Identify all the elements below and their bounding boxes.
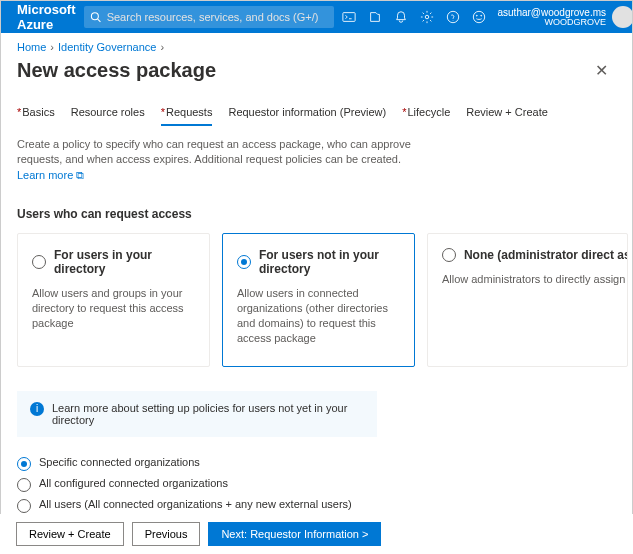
radio-icon [17,457,31,471]
card-title: None (administrator direct assignments o… [464,248,628,262]
feedback-icon[interactable] [472,10,486,24]
info-icon: i [30,402,44,416]
svg-point-7 [480,15,481,16]
radio-specific-orgs[interactable]: Specific connected organizations [17,453,377,474]
radio-all-users[interactable]: All users (All connected organizations +… [17,495,377,516]
account-menu[interactable]: asuthar@woodgrove.ms WOODGROVE [498,6,634,28]
svg-point-5 [473,11,484,22]
card-desc: Allow administrators to directly assign … [442,272,613,287]
radio-icon [17,499,31,513]
card-title: For users in your directory [54,248,195,276]
breadcrumb-home[interactable]: Home [17,41,46,53]
account-org: WOODGROVE [498,18,607,28]
help-icon[interactable] [446,10,460,24]
svg-rect-2 [342,13,354,22]
tab-basics[interactable]: *Basics [17,100,55,126]
breadcrumb: Home › Identity Governance › [1,33,632,53]
org-scope-radiolist: Specific connected organizations All con… [17,453,628,516]
account-email: asuthar@woodgrove.ms [498,7,607,18]
close-icon[interactable]: ✕ [587,57,616,84]
global-search[interactable] [84,6,334,28]
tab-requestor-info[interactable]: Requestor information (Preview) [228,100,386,126]
chevron-right-icon: › [50,41,54,53]
radio-icon [17,478,31,492]
card-none-admin-only[interactable]: None (administrator direct assignments o… [427,233,628,366]
search-icon [90,11,101,23]
next-button[interactable]: Next: Requestor Information > [208,522,381,546]
chevron-right-icon: › [160,41,164,53]
svg-point-4 [447,11,458,22]
cloud-shell-icon[interactable] [342,10,356,24]
brand-label: Microsoft Azure [17,2,76,32]
wizard-tabs: *Basics Resource roles *Requests Request… [17,100,628,127]
svg-point-3 [425,15,429,19]
page-header: New access package ✕ [1,53,632,90]
directories-icon[interactable] [368,10,382,24]
notifications-icon[interactable] [394,10,408,24]
request-scope-cards: For users in your directory Allow users … [17,233,628,366]
svg-point-0 [91,13,98,20]
tab-lifecycle[interactable]: *Lifecycle [402,100,450,126]
card-users-not-in-directory[interactable]: For users not in your directory Allow us… [222,233,415,366]
intro-text: Create a policy to specify who can reque… [17,137,437,183]
radio-icon [442,248,456,262]
external-link-icon: ⧉ [76,169,84,181]
breadcrumb-identity-governance[interactable]: Identity Governance [58,41,156,53]
wizard-footer: Review + Create Previous Next: Requestor… [0,514,633,554]
previous-button[interactable]: Previous [132,522,201,546]
info-banner: i Learn more about setting up policies f… [17,391,377,437]
radio-all-configured-orgs[interactable]: All configured connected organizations [17,474,377,495]
azure-topbar: Microsoft Azure asuthar@woodgrove.ms WOO… [1,1,632,33]
card-desc: Allow users in connected organizations (… [237,286,400,345]
avatar [612,6,633,28]
radio-icon [32,255,46,269]
info-text: Learn more about setting up policies for… [52,402,364,426]
settings-icon[interactable] [420,10,434,24]
svg-point-6 [476,15,477,16]
page-title: New access package [17,59,216,82]
tab-resource-roles[interactable]: Resource roles [71,100,145,126]
learn-more-link[interactable]: Learn more ⧉ [17,169,84,181]
content-scroll: *Basics Resource roles *Requests Request… [1,90,632,552]
card-title: For users not in your directory [259,248,400,276]
card-desc: Allow users and groups in your directory… [32,286,195,331]
tab-requests[interactable]: *Requests [161,100,213,126]
tab-review-create[interactable]: Review + Create [466,100,548,126]
radio-icon [237,255,251,269]
review-create-button[interactable]: Review + Create [16,522,124,546]
section-heading: Users who can request access [17,207,628,221]
topbar-actions: asuthar@woodgrove.ms WOODGROVE [342,6,634,28]
search-input[interactable] [107,11,328,23]
svg-line-1 [97,19,100,22]
card-users-in-directory[interactable]: For users in your directory Allow users … [17,233,210,366]
